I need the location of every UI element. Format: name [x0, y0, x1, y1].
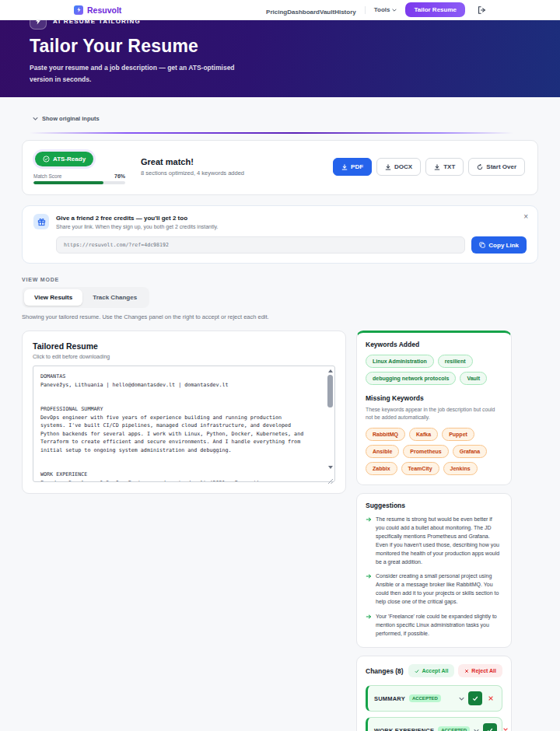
keyword-missing-pill: Jenkins — [443, 462, 478, 475]
nav-link[interactable]: History — [334, 9, 356, 16]
changes-title: Changes (8) — [366, 667, 404, 675]
page-subtitle: Paste your resume and a job description … — [30, 62, 247, 86]
keyword-missing-pill: Prometheus — [403, 445, 448, 458]
check-circle-icon — [43, 156, 50, 163]
ats-ready-badge: ATS-Ready — [35, 152, 93, 166]
scroll-down-arrow-icon[interactable] — [328, 466, 333, 469]
scrollbar-thumb[interactable] — [327, 375, 333, 407]
accept-change-button[interactable] — [468, 691, 482, 705]
brand[interactable]: Resuvolt — [74, 5, 121, 15]
keyword-missing-pill: Kafka — [409, 428, 438, 441]
referral-link-input[interactable] — [56, 236, 465, 254]
gradient-divider — [30, 132, 513, 134]
keyword-missing-pill: Puppet — [442, 428, 474, 441]
tailor-resume-button[interactable]: Tailor Resume — [405, 2, 465, 17]
referral-subtitle: Share your link. When they sign up, you … — [56, 224, 218, 229]
accept-all-button[interactable]: Accept All — [408, 664, 454, 677]
page: Resuvolt PricingDashboardVaultHistory To… — [0, 0, 560, 731]
download-pdf-button[interactable]: PDF — [333, 158, 372, 176]
hero-badge: AI RESUME TAILORING — [30, 20, 560, 30]
nav-link[interactable]: Dashboard — [287, 9, 320, 16]
gift-icon — [33, 214, 49, 229]
view-mode-tabs: View Results Track Changes — [22, 287, 149, 308]
match-score-label: Match Score — [33, 173, 62, 179]
keyword-missing-pill: RabbitMQ — [366, 428, 405, 441]
logout-icon[interactable] — [477, 5, 486, 15]
close-icon[interactable]: × — [523, 213, 528, 221]
chevron-down-icon[interactable] — [459, 696, 464, 701]
download-icon — [341, 164, 348, 170]
show-original-inputs-toggle[interactable]: Show original inputs — [0, 97, 560, 122]
nav-divider — [365, 6, 366, 14]
referral-card: × Give a friend 2 free credits — you'll … — [22, 205, 538, 264]
keyword-missing-pill: Grafana — [453, 445, 487, 458]
navbar: Resuvolt PricingDashboardVaultHistory To… — [0, 0, 560, 20]
missing-keywords-caption: These keywords appear in the job descrip… — [366, 406, 502, 421]
check-icon — [487, 727, 493, 731]
nav-link[interactable]: Pricing — [266, 9, 287, 16]
resume-editor[interactable]: DOMANTAS Panevėžys, Lithuania | hello@do… — [33, 366, 335, 482]
download-actions: PDF DOCX TXT Start Over — [333, 158, 525, 176]
keywords-card: Keywords Added Linux Administrationresil… — [356, 331, 512, 485]
keyword-added-pill: Vault — [460, 372, 487, 385]
changes-list: SUMMARY ACCEPTED WORK — [366, 685, 502, 731]
download-docx-button[interactable]: DOCX — [376, 158, 421, 176]
scrollbar[interactable] — [327, 367, 334, 471]
nav-link[interactable]: Vault — [320, 9, 334, 16]
hero-banner: AI RESUME TAILORING Tailor Your Resume P… — [0, 20, 560, 97]
suggestion-item: The resume is strong but would be even b… — [366, 516, 502, 566]
hero-badge-label: AI RESUME TAILORING — [53, 20, 141, 25]
keywords-added-title: Keywords Added — [366, 341, 502, 348]
keyword-missing-pill: Ansible — [366, 445, 399, 458]
match-score-value: 76% — [114, 173, 125, 179]
brand-bolt-icon — [74, 5, 83, 15]
reject-change-button[interactable] — [501, 727, 510, 731]
change-row: WORK EXPERIENCE ACCEPTED — [366, 717, 502, 731]
refresh-icon — [477, 164, 483, 170]
arrow-right-icon — [366, 573, 372, 579]
tailored-resume-title: Tailored Resume — [33, 341, 335, 351]
suggestions-title: Suggestions — [366, 502, 502, 509]
page-title: Tailor Your Resume — [30, 36, 560, 57]
suggestions-card: Suggestions The resume is strong but wou… — [356, 493, 512, 648]
check-icon — [415, 669, 419, 673]
change-status-badge: ACCEPTED — [409, 694, 441, 702]
arrow-right-icon — [366, 516, 372, 523]
keyword-added-pill: debugging network protocols — [366, 372, 456, 385]
x-icon — [502, 727, 509, 731]
match-headline: Great match! — [141, 157, 333, 166]
resume-text[interactable]: DOMANTAS Panevėžys, Lithuania | hello@do… — [33, 366, 334, 481]
missing-keywords-title: Missing Keywords — [366, 394, 502, 402]
change-status-badge: ACCEPTED — [438, 726, 470, 731]
keyword-missing-pill: Zabbix — [366, 462, 397, 475]
changes-card: Changes (8) Accept All Reject All — [356, 656, 512, 731]
chevron-down-icon — [33, 116, 38, 121]
resize-handle-icon[interactable] — [327, 474, 334, 481]
chevron-down-icon[interactable] — [474, 728, 479, 731]
download-txt-button[interactable]: TXT — [425, 158, 464, 176]
match-score-progressbar — [33, 181, 125, 184]
keyword-added-pill: resilient — [438, 355, 473, 368]
sparkle-bolt-icon — [30, 20, 47, 30]
brand-name: Resuvolt — [87, 5, 121, 15]
match-score-card: ATS-Ready Match Score 76% Great match! 8… — [22, 140, 538, 195]
tab-track-changes[interactable]: Track Changes — [82, 289, 147, 306]
nav-tools-dropdown[interactable]: Tools — [374, 6, 397, 13]
view-mode-label: VIEW MODE — [22, 277, 538, 282]
view-mode-section: VIEW MODE View Results Track Changes Sho… — [22, 277, 538, 320]
tab-view-results[interactable]: View Results — [24, 289, 82, 306]
match-score-block: ATS-Ready Match Score 76% — [33, 149, 125, 184]
download-icon — [385, 164, 391, 170]
keywords-added-list: Linux Administrationresilientdebugging n… — [366, 355, 502, 385]
reject-change-button[interactable] — [486, 695, 495, 701]
accept-change-button[interactable] — [483, 723, 497, 731]
copy-link-button[interactable]: Copy Link — [471, 236, 527, 254]
change-row: SUMMARY ACCEPTED — [366, 685, 502, 712]
arrow-right-icon — [366, 614, 372, 620]
x-icon — [464, 669, 469, 673]
reject-all-button[interactable]: Reject All — [458, 664, 502, 677]
tailored-resume-caption: Click to edit before downloading — [33, 354, 335, 359]
nav-links: PricingDashboardVaultHistory Tools Tailo… — [266, 2, 486, 17]
scroll-up-arrow-icon[interactable] — [328, 369, 333, 372]
start-over-button[interactable]: Start Over — [468, 158, 525, 176]
